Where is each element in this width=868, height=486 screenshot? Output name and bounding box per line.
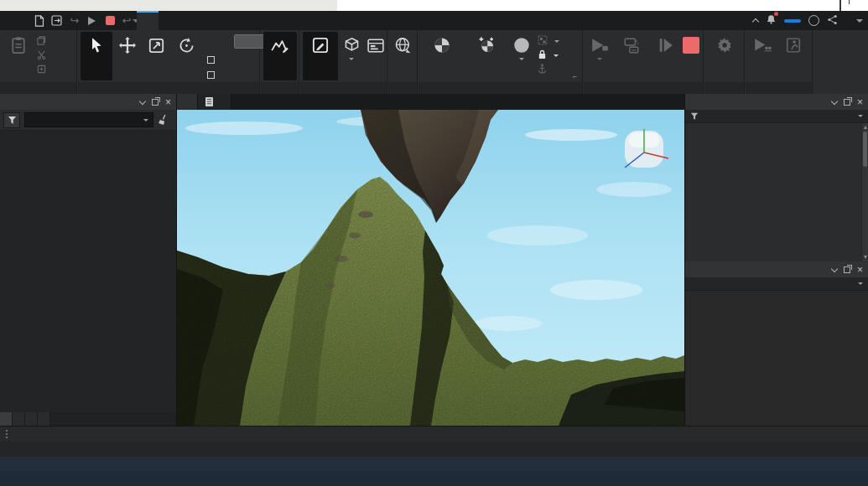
status-bar <box>0 442 868 457</box>
team-test-button[interactable] <box>748 32 777 80</box>
part-button[interactable] <box>339 32 364 80</box>
command-bar-grip[interactable] <box>3 430 11 438</box>
anchor-button[interactable] <box>538 63 550 76</box>
group-icon <box>538 35 548 47</box>
material-manager-icon <box>433 34 451 56</box>
current-server-button[interactable] <box>614 32 649 80</box>
title-bar <box>0 0 868 11</box>
ribbon-group-file <box>388 30 418 94</box>
properties-filter-caret-icon <box>858 282 863 285</box>
play-icon[interactable] <box>84 11 99 30</box>
output-funnel-icon[interactable] <box>3 112 20 128</box>
rotate-tool-button[interactable] <box>170 32 202 80</box>
menu-bar: ↪ ↩ <box>0 11 868 30</box>
edit-dialog-launcher-icon[interactable]: ⌐ <box>573 74 580 80</box>
command-bar[interactable] <box>0 426 868 442</box>
share-icon[interactable] <box>827 13 838 28</box>
properties-panel-header[interactable]: × <box>685 261 868 277</box>
help-icon[interactable] <box>808 15 819 26</box>
properties-collapse-icon[interactable] <box>831 265 838 271</box>
restore-button[interactable] <box>839 1 841 10</box>
cut-button[interactable] <box>37 49 49 62</box>
notifications-bell-icon[interactable] <box>766 13 777 28</box>
explorer-collapse-icon[interactable] <box>831 97 838 104</box>
output-log[interactable] <box>0 131 176 412</box>
explorer-panel-header[interactable]: × <box>685 94 868 110</box>
bottom-tab-toolbox[interactable] <box>13 412 25 426</box>
explorer-close-icon[interactable]: × <box>857 97 863 107</box>
open-file-icon[interactable] <box>49 11 65 30</box>
output-close-icon[interactable]: × <box>165 97 171 107</box>
output-collapse-icon[interactable] <box>139 97 146 104</box>
move-icon <box>119 34 136 56</box>
lock-button[interactable] <box>538 49 559 62</box>
output-filter-input[interactable] <box>24 112 153 127</box>
tab-home[interactable] <box>137 11 159 30</box>
tab-view[interactable] <box>224 11 246 30</box>
3d-scene[interactable] <box>177 110 684 426</box>
join-surfaces-checkbox[interactable] <box>207 68 218 81</box>
properties-close-icon[interactable]: × <box>857 265 863 275</box>
group-button[interactable] <box>538 34 559 48</box>
group-caret-icon <box>554 40 559 43</box>
explorer-filter-input[interactable] <box>685 110 868 123</box>
select-cursor-icon <box>89 34 104 56</box>
run-button[interactable] <box>587 32 612 80</box>
tab-model[interactable] <box>159 11 180 30</box>
collapse-ribbon-icon[interactable] <box>752 18 759 25</box>
output-panel-header[interactable]: × <box>0 94 176 110</box>
tab-test[interactable] <box>202 11 224 30</box>
ui-button[interactable] <box>365 32 387 80</box>
right-panel: × × <box>684 94 868 426</box>
redo-icon[interactable]: ↪ <box>67 11 82 30</box>
exit-game-icon <box>786 34 801 56</box>
scroll-down-icon[interactable] <box>864 256 867 259</box>
ribbon: ⌐ <box>0 30 868 94</box>
move-tool-button[interactable] <box>113 32 142 80</box>
collaborate-button[interactable] <box>784 19 801 23</box>
viewport-tab-3d[interactable] <box>198 94 231 110</box>
bottom-tab-output[interactable] <box>0 412 13 426</box>
explorer-float-icon[interactable] <box>844 99 850 106</box>
game-settings-button[interactable] <box>706 32 743 80</box>
copy-button[interactable] <box>37 34 49 48</box>
lock-caret-icon <box>554 54 559 57</box>
output-float-icon[interactable] <box>152 99 159 106</box>
duplicate-button[interactable] <box>37 63 49 76</box>
ribbon-group-settings <box>704 30 745 94</box>
color-button[interactable] <box>509 32 534 80</box>
resume-button[interactable] <box>650 32 682 80</box>
viewport-tab-terrain[interactable] <box>177 94 198 110</box>
anchor-icon <box>538 64 547 75</box>
collisions-checkbox[interactable] <box>207 53 218 66</box>
scroll-up-icon[interactable] <box>864 126 867 129</box>
import-3d-button[interactable] <box>389 32 417 80</box>
material-manager-button[interactable] <box>422 32 462 80</box>
scale-icon <box>148 34 164 56</box>
new-file-icon[interactable] <box>32 11 47 30</box>
document-caret-icon[interactable] <box>856 19 863 23</box>
paste-button[interactable] <box>3 32 34 80</box>
bottom-tab-terrain-editor[interactable] <box>38 412 50 426</box>
material-generator-button[interactable] <box>465 32 508 80</box>
color-caret-icon <box>519 58 524 60</box>
scale-tool-button[interactable] <box>143 32 169 80</box>
terrain-editor-button[interactable] <box>263 32 297 80</box>
server-icon <box>622 34 641 56</box>
explorer-scrollbar[interactable] <box>861 123 868 261</box>
tab-plugins[interactable] <box>246 11 268 30</box>
stop-icon <box>683 34 699 56</box>
select-tool-button[interactable] <box>81 32 112 80</box>
screenshot-artifact-strip-top <box>0 0 337 11</box>
tab-avatar[interactable] <box>180 11 202 30</box>
exit-game-button[interactable] <box>779 32 808 80</box>
clear-output-icon[interactable] <box>158 114 169 126</box>
script-doc-icon <box>205 97 213 106</box>
stop-button[interactable] <box>679 32 703 80</box>
scroll-thumb[interactable] <box>863 132 867 167</box>
properties-float-icon[interactable] <box>844 266 850 273</box>
toolbox-button[interactable] <box>303 32 338 80</box>
properties-filter-input[interactable] <box>685 277 868 291</box>
record-stop-icon[interactable] <box>102 11 117 30</box>
bottom-tab-asset-manager[interactable] <box>25 412 38 426</box>
